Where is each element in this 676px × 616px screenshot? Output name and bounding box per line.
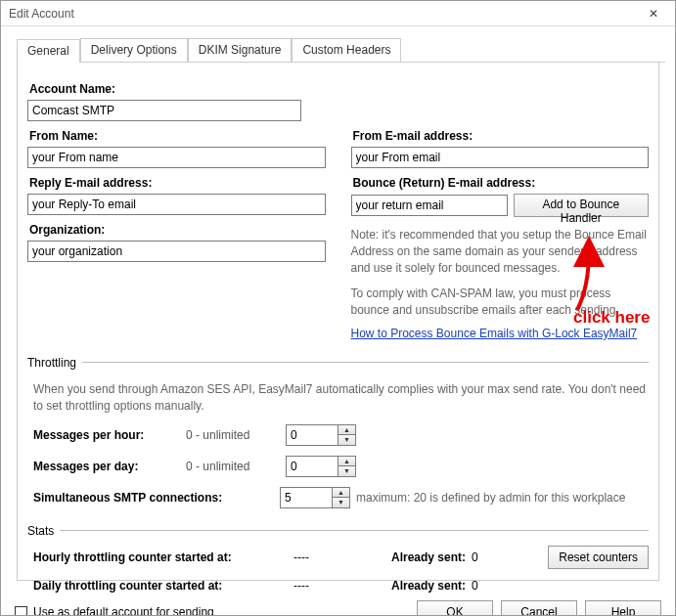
messages-per-hour-label: Messages per hour: bbox=[33, 428, 180, 442]
reply-email-label: Reply E-mail address: bbox=[29, 176, 326, 190]
throttling-legend: Throttling bbox=[27, 356, 82, 370]
smtp-connections-input[interactable] bbox=[281, 488, 332, 507]
from-email-label: From E-mail address: bbox=[353, 129, 650, 143]
throttling-description: When you send through Amazon SES API, Ea… bbox=[33, 381, 649, 415]
help-button[interactable]: Help bbox=[585, 600, 661, 616]
from-name-label: From Name: bbox=[29, 129, 326, 143]
messages-per-day-label: Messages per day: bbox=[33, 460, 180, 473]
messages-per-hour-stepper[interactable]: ▲▼ bbox=[286, 424, 356, 446]
bounce-email-label: Bounce (Return) E-mail address: bbox=[353, 176, 650, 190]
chevron-down-icon[interactable]: ▼ bbox=[338, 465, 355, 476]
bounce-note-1: Note: it's recommended that you setup th… bbox=[351, 227, 650, 276]
daily-sent-value: 0 bbox=[472, 579, 511, 593]
cancel-button[interactable]: Cancel bbox=[501, 600, 577, 616]
default-account-checkbox[interactable] bbox=[15, 606, 27, 617]
bounce-email-input[interactable] bbox=[351, 195, 508, 216]
chevron-down-icon[interactable]: ▼ bbox=[333, 497, 349, 507]
chevron-up-icon[interactable]: ▲ bbox=[338, 457, 355, 466]
bounce-note-2: To comply with CAN-SPAM law, you must pr… bbox=[351, 286, 650, 319]
tab-general[interactable]: General bbox=[17, 39, 80, 63]
ok-button[interactable]: OK bbox=[417, 600, 493, 616]
account-name-label: Account Name: bbox=[29, 82, 649, 96]
smtp-connections-stepper[interactable]: ▲▼ bbox=[280, 487, 350, 508]
hourly-counter-value: ---- bbox=[293, 550, 342, 564]
bounce-help-link[interactable]: How to Process Bounce Emails with G-Lock… bbox=[351, 327, 638, 340]
hourly-sent-value: 0 bbox=[472, 550, 511, 564]
account-name-input[interactable] bbox=[27, 100, 301, 121]
daily-counter-label: Daily throttling counter started at: bbox=[33, 579, 288, 593]
smtp-connections-note: maximum: 20 is defined by admin for this… bbox=[356, 491, 625, 505]
messages-per-day-hint: 0 - unlimited bbox=[186, 460, 280, 473]
chevron-up-icon[interactable]: ▲ bbox=[333, 488, 349, 498]
window-title: Edit Account bbox=[9, 7, 638, 21]
messages-per-day-stepper[interactable]: ▲▼ bbox=[286, 456, 356, 477]
reset-counters-button[interactable]: Reset counters bbox=[548, 546, 649, 569]
tab-dkim-signature[interactable]: DKIM Signature bbox=[188, 38, 293, 62]
close-icon[interactable]: ✕ bbox=[638, 4, 669, 23]
daily-counter-value: ---- bbox=[293, 579, 342, 593]
hourly-sent-label: Already sent: bbox=[348, 550, 466, 564]
smtp-connections-label: Simultaneous SMTP connections: bbox=[33, 491, 280, 505]
add-to-bounce-handler-button[interactable]: Add to Bounce Handler bbox=[514, 194, 650, 217]
stats-legend: Stats bbox=[27, 524, 60, 538]
messages-per-day-input[interactable] bbox=[287, 457, 338, 476]
hourly-counter-label: Hourly throttling counter started at: bbox=[33, 550, 288, 564]
organization-input[interactable] bbox=[27, 241, 326, 262]
chevron-up-icon[interactable]: ▲ bbox=[338, 425, 355, 435]
default-account-label: Use as default account for sending bbox=[33, 605, 214, 616]
tab-bar: General Delivery Options DKIM Signature … bbox=[17, 38, 665, 63]
messages-per-hour-input[interactable] bbox=[287, 425, 338, 445]
tab-delivery-options[interactable]: Delivery Options bbox=[80, 38, 188, 62]
organization-label: Organization: bbox=[29, 223, 326, 237]
chevron-down-icon[interactable]: ▼ bbox=[338, 434, 355, 445]
tab-custom-headers[interactable]: Custom Headers bbox=[292, 38, 401, 62]
from-email-input[interactable] bbox=[351, 147, 650, 168]
reply-email-input[interactable] bbox=[27, 194, 326, 215]
messages-per-hour-hint: 0 - unlimited bbox=[186, 428, 280, 442]
daily-sent-label: Already sent: bbox=[348, 579, 466, 593]
from-name-input[interactable] bbox=[27, 147, 326, 168]
